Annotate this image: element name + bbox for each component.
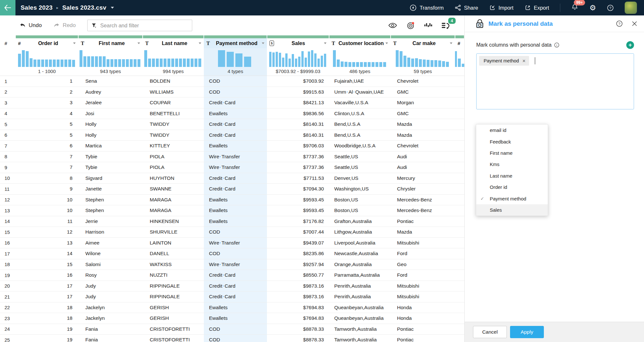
histogram-bar[interactable] bbox=[118, 59, 121, 67]
histogram-bar[interactable] bbox=[314, 53, 317, 67]
column-stats-button[interactable] bbox=[424, 23, 432, 28]
table-cell[interactable]: Honda bbox=[391, 313, 455, 324]
column-menu-caret-icon[interactable] bbox=[385, 42, 388, 44]
histogram-bar[interactable] bbox=[324, 54, 326, 67]
table-cell[interactable] bbox=[455, 259, 464, 270]
chip-remove-icon[interactable]: ✕ bbox=[522, 59, 526, 63]
table-cell[interactable]: Woodbridge,U.S.A bbox=[329, 141, 391, 152]
table-cell[interactable]: Morgan bbox=[391, 97, 455, 108]
export-button[interactable]: Export bbox=[525, 5, 549, 11]
histogram-bar[interactable] bbox=[191, 59, 194, 67]
table-cell[interactable]: 12 bbox=[15, 227, 78, 238]
table-cell[interactable]: Chevrolet bbox=[391, 141, 455, 152]
histogram-bar[interactable] bbox=[282, 58, 284, 67]
table-cell[interactable]: Aimee bbox=[78, 238, 143, 249]
histogram-bar[interactable] bbox=[114, 59, 117, 67]
table-cell[interactable]: Ford bbox=[391, 270, 455, 281]
share-button[interactable]: Share bbox=[455, 5, 478, 11]
table-cell[interactable]: $7694.83 bbox=[267, 302, 329, 313]
table-cell[interactable]: COUPAR bbox=[143, 97, 204, 108]
table-cell[interactable]: HINKENSEN bbox=[143, 216, 204, 227]
histogram-bar[interactable] bbox=[285, 53, 288, 67]
histogram-bar[interactable] bbox=[396, 50, 399, 67]
table-cell[interactable]: BOLDEN bbox=[143, 76, 204, 87]
table-cell[interactable]: 14 bbox=[15, 248, 78, 259]
dropdown-item-order-id[interactable]: Order id bbox=[476, 181, 548, 193]
histogram-bar[interactable] bbox=[144, 50, 147, 67]
histogram-bar[interactable] bbox=[30, 58, 33, 67]
applied-steps-button[interactable]: 4 bbox=[442, 22, 450, 29]
histogram-bar[interactable] bbox=[442, 61, 445, 67]
table-cell[interactable] bbox=[455, 130, 464, 141]
info-icon[interactable]: i bbox=[554, 42, 559, 48]
table-cell[interactable]: Credit·Card bbox=[204, 119, 267, 130]
histogram-bar[interactable] bbox=[198, 59, 201, 67]
histogram-bar[interactable] bbox=[175, 59, 178, 67]
table-cell[interactable]: $7176.82 bbox=[267, 216, 329, 227]
histogram-bar[interactable] bbox=[83, 56, 86, 67]
histogram-bar[interactable] bbox=[352, 62, 355, 67]
table-cell[interactable]: MARAGA bbox=[143, 195, 204, 206]
table-cell[interactable]: 19 bbox=[15, 335, 78, 342]
dropdown-item-email-id[interactable]: email id bbox=[476, 125, 548, 136]
table-cell[interactable] bbox=[455, 335, 464, 342]
histogram-bar[interactable] bbox=[356, 62, 359, 67]
table-cell[interactable]: $9915.63 bbox=[267, 87, 329, 98]
table-cell[interactable] bbox=[455, 248, 464, 259]
table-cell[interactable] bbox=[455, 195, 464, 206]
search-box[interactable] bbox=[87, 20, 192, 31]
table-cell[interactable]: Wilone bbox=[78, 248, 143, 259]
table-cell[interactable] bbox=[455, 87, 464, 98]
table-cell[interactable]: COD bbox=[204, 248, 267, 259]
histogram-bar[interactable] bbox=[148, 59, 151, 67]
table-cell[interactable]: 9 bbox=[15, 184, 78, 195]
table-cell[interactable]: Tamworth,Australia bbox=[329, 324, 391, 335]
table-cell[interactable]: Ewallets bbox=[204, 216, 267, 227]
table-cell[interactable]: Salomi bbox=[78, 259, 143, 270]
table-cell[interactable] bbox=[455, 216, 464, 227]
histogram-bar[interactable] bbox=[407, 58, 410, 67]
histogram-bar[interactable] bbox=[126, 59, 129, 67]
table-cell[interactable]: $7694.83 bbox=[267, 313, 329, 324]
table-cell[interactable]: SHURVILLE bbox=[143, 227, 204, 238]
table-cell[interactable] bbox=[455, 184, 464, 195]
table-cell[interactable]: Audrey bbox=[78, 87, 143, 98]
table-cell[interactable] bbox=[455, 313, 464, 324]
table-cell[interactable]: $7007.44 bbox=[267, 227, 329, 238]
table-cell[interactable] bbox=[455, 324, 464, 335]
table-cell[interactable]: NUZZTI bbox=[143, 270, 204, 281]
table-cell[interactable]: Judy bbox=[78, 281, 143, 292]
histogram-bar[interactable] bbox=[244, 57, 251, 67]
dropdown-item-first-name[interactable]: First name bbox=[476, 147, 548, 159]
histogram-bar[interactable] bbox=[345, 62, 347, 67]
table-cell[interactable]: Mercedes-Benz bbox=[391, 195, 455, 206]
table-cell[interactable]: Fania bbox=[78, 324, 143, 335]
table-cell[interactable]: Mazda bbox=[391, 119, 455, 130]
histogram-bar[interactable] bbox=[383, 62, 386, 67]
table-cell[interactable]: Liverpool,Australia bbox=[329, 238, 391, 249]
histogram-bar[interactable] bbox=[137, 59, 140, 67]
table-cell[interactable]: BENETTELLI bbox=[143, 108, 204, 119]
table-cell[interactable] bbox=[455, 238, 464, 249]
histogram-bar[interactable] bbox=[364, 62, 367, 67]
table-cell[interactable]: Tybie bbox=[78, 162, 143, 173]
histogram-bar[interactable] bbox=[298, 57, 300, 67]
table-cell[interactable]: Queanbeyan,Australia bbox=[329, 302, 391, 313]
table-cell[interactable]: Pontiac bbox=[391, 324, 455, 335]
column-menu-caret-icon[interactable] bbox=[137, 42, 140, 44]
table-cell[interactable] bbox=[455, 97, 464, 108]
histogram-bar[interactable] bbox=[179, 59, 182, 67]
table-cell[interactable]: LAINTON bbox=[143, 238, 204, 249]
column-header-order-id[interactable]: #Order id bbox=[15, 38, 78, 48]
histogram-bar[interactable] bbox=[372, 62, 374, 67]
histogram-bar[interactable] bbox=[26, 51, 29, 67]
table-cell[interactable]: Wire·Transfer bbox=[204, 259, 267, 270]
table-cell[interactable]: $9439.07 bbox=[267, 238, 329, 249]
table-cell[interactable] bbox=[455, 173, 464, 184]
table-cell[interactable]: 1 bbox=[15, 76, 78, 87]
dropdown-item-sales[interactable]: Sales bbox=[476, 204, 548, 216]
table-cell[interactable]: 6 bbox=[15, 141, 78, 152]
table-cell[interactable]: MARAGA bbox=[143, 205, 204, 216]
histogram-bar[interactable] bbox=[218, 50, 225, 67]
histogram-bar[interactable] bbox=[134, 59, 137, 67]
